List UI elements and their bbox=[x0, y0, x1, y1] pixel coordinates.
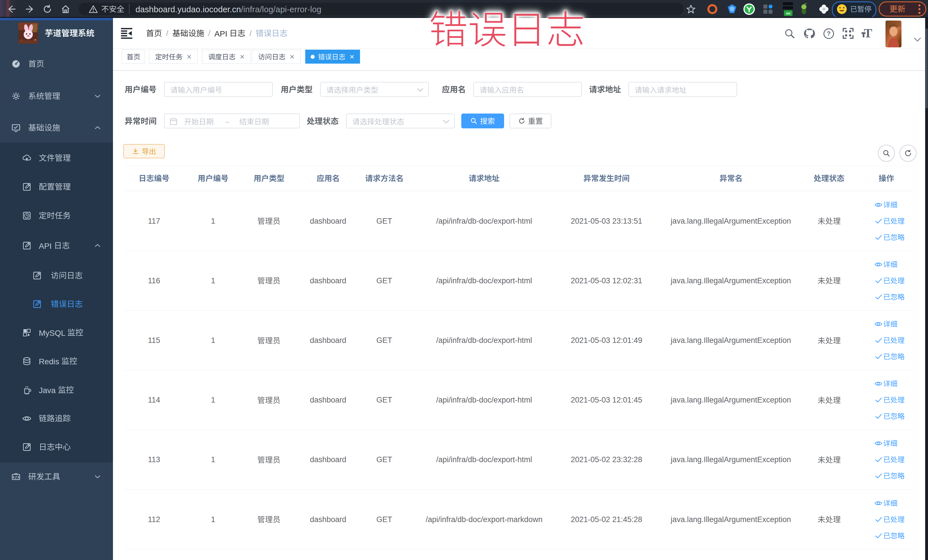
svg-text:?: ? bbox=[827, 30, 830, 37]
svg-text:on: on bbox=[786, 11, 791, 15]
